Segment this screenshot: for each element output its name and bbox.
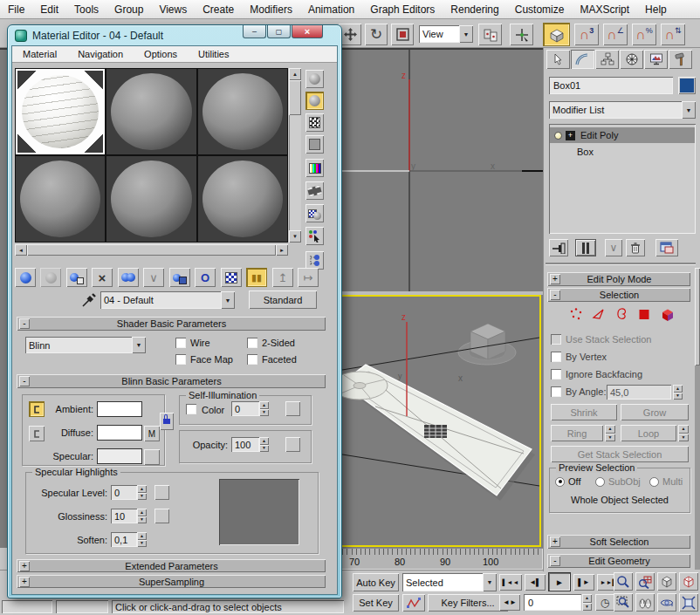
key-mode-toggle[interactable]: ◄► xyxy=(499,594,520,611)
specular-level-field[interactable]: 0 xyxy=(111,485,137,500)
preview-off-radio[interactable] xyxy=(555,477,565,487)
coord-system-dropdown[interactable]: View ▼ xyxy=(419,25,473,43)
self-illum-map-button[interactable] xyxy=(285,401,300,416)
subobject-polygon-button[interactable] xyxy=(635,305,654,323)
menu-maxscript[interactable]: MAXScript xyxy=(572,3,637,16)
tab-display[interactable] xyxy=(644,50,668,69)
tab-motion[interactable] xyxy=(620,50,643,69)
modifier-list-arrow-icon[interactable]: ▼ xyxy=(682,101,696,119)
ring-button[interactable]: Ring xyxy=(551,425,603,441)
rollout-blinn-basic[interactable]: - Blinn Basic Parameters xyxy=(17,374,326,388)
menu-group[interactable]: Group xyxy=(106,3,151,16)
diffuse-specular-lock-button[interactable] xyxy=(29,426,45,441)
maximize-button[interactable]: ▢ xyxy=(267,25,291,38)
slots-hscrollbar[interactable]: ◄ ► xyxy=(15,244,288,256)
use-stack-selection-checkbox[interactable] xyxy=(551,334,561,345)
preview-multi-radio[interactable] xyxy=(649,477,659,487)
specular-map-button[interactable] xyxy=(144,449,160,465)
rollout-edit-poly-mode[interactable]: + Edit Poly Mode xyxy=(547,272,690,286)
menu-edit[interactable]: Edit xyxy=(32,3,66,16)
make-preview-button[interactable] xyxy=(305,181,324,200)
rollout-selection[interactable]: - Selection xyxy=(547,288,690,302)
menu-options[interactable]: Options xyxy=(134,49,188,59)
blinn-minus-icon[interactable]: - xyxy=(19,376,30,386)
set-key-button[interactable]: Set Key xyxy=(353,594,399,612)
material-name-dropdown[interactable]: 04 - Default ▼ xyxy=(100,291,235,309)
wire-checkbox[interactable] xyxy=(175,338,186,348)
preview-off-option[interactable]: Off xyxy=(555,476,580,487)
specular-level-spinner[interactable]: ▲▼ xyxy=(137,485,147,500)
rollout-shader-basic[interactable]: - Shader Basic Parameters xyxy=(17,317,326,331)
time-configuration-button[interactable]: ◷ xyxy=(595,594,614,611)
menu-help[interactable]: Help xyxy=(637,3,675,16)
menu-create[interactable]: Create xyxy=(195,3,242,16)
go-to-start-button[interactable]: ▌◄◄ xyxy=(499,574,522,591)
coord-system-arrow-icon[interactable]: ▼ xyxy=(459,25,473,43)
spinner-snap-button[interactable]: ∩ ⇅ xyxy=(661,24,685,45)
default-tangents-button[interactable] xyxy=(402,594,425,612)
pin-stack-button[interactable] xyxy=(549,239,568,256)
opacity-spinner[interactable]: ▲▼ xyxy=(259,437,269,452)
get-material-button[interactable] xyxy=(15,268,36,287)
key-filters-button[interactable]: Key Filters... xyxy=(428,594,508,612)
tab-utilities[interactable] xyxy=(669,50,692,69)
get-stack-selection-button[interactable]: Get Stack Selection xyxy=(551,446,689,462)
sample-slot-2[interactable] xyxy=(106,69,196,154)
by-angle-checkbox[interactable] xyxy=(551,386,561,397)
grow-button[interactable]: Grow xyxy=(621,404,689,420)
loop-spinner[interactable]: ▲▼ xyxy=(678,425,689,441)
snap-toggle-3d-button[interactable]: ∩ 3 xyxy=(574,24,599,45)
menu-material[interactable]: Material xyxy=(12,49,67,59)
soften-field[interactable]: 0,1 xyxy=(111,532,137,547)
zoom-region-button[interactable] xyxy=(614,593,633,612)
tab-hierarchy[interactable] xyxy=(595,50,619,69)
preview-subobj-option[interactable]: SubObj xyxy=(595,476,641,487)
remove-modifier-button[interactable] xyxy=(626,239,645,256)
object-name-field[interactable]: Box01 xyxy=(549,77,673,94)
use-stack-selection-row[interactable]: Use Stack Selection xyxy=(551,334,651,345)
ambient-diffuse-link-button[interactable] xyxy=(160,413,174,430)
put-to-library-button[interactable] xyxy=(169,268,190,287)
loop-button[interactable]: Loop xyxy=(621,425,676,441)
menu-rendering[interactable]: Rendering xyxy=(443,3,506,16)
by-vertex-checkbox[interactable] xyxy=(551,352,561,362)
sample-slot-5[interactable] xyxy=(106,156,196,242)
ambient-diffuse-lock-button[interactable] xyxy=(29,401,45,417)
show-end-result-stack-button[interactable] xyxy=(575,239,596,256)
panel-scrollbar-thumb[interactable] xyxy=(695,268,700,366)
viewport-front[interactable]: z y x xyxy=(336,50,543,291)
tab-modify[interactable] xyxy=(571,50,594,69)
sample-slot-4[interactable] xyxy=(16,156,105,242)
menu-modifiers[interactable]: Modifiers xyxy=(242,3,300,16)
sample-type-button[interactable] xyxy=(305,70,324,88)
material-name-arrow-icon[interactable]: ▼ xyxy=(221,291,235,309)
lightbulb-icon[interactable] xyxy=(554,132,562,140)
by-angle-row[interactable]: By Angle: xyxy=(551,386,606,397)
zoom-extents-button[interactable] xyxy=(657,572,676,591)
extended-plus-icon[interactable]: + xyxy=(19,561,30,571)
hscroll-thumb[interactable] xyxy=(27,244,276,256)
select-manipulate-button[interactable] xyxy=(510,24,533,45)
wire-option[interactable]: Wire xyxy=(175,338,210,348)
self-illum-color-checkbox[interactable] xyxy=(186,404,196,414)
previous-frame-button[interactable]: ◄▌ xyxy=(525,574,546,591)
make-material-copy-button[interactable] xyxy=(118,268,139,287)
by-angle-field[interactable]: 45,0 xyxy=(607,385,671,400)
material-type-button[interactable]: Standard xyxy=(249,290,317,309)
material-id-channel-button[interactable]: O xyxy=(195,268,216,287)
rollout-supersampling[interactable]: + SuperSampling xyxy=(17,575,326,588)
pick-material-button[interactable] xyxy=(81,292,97,308)
sample-slot-3[interactable] xyxy=(198,69,287,154)
select-scale-button[interactable] xyxy=(391,24,414,45)
menu-customize[interactable]: Customize xyxy=(507,3,573,16)
specular-color-swatch[interactable] xyxy=(97,448,142,464)
video-color-check-button[interactable] xyxy=(305,159,324,177)
close-button[interactable]: × xyxy=(292,25,323,38)
ignore-backfacing-row[interactable]: Ignore Backfacing xyxy=(551,369,642,379)
menu-tools[interactable]: Tools xyxy=(66,3,106,16)
menu-file[interactable]: File xyxy=(0,3,32,16)
sample-slot-1-active[interactable] xyxy=(16,69,105,154)
make-unique-stack-button[interactable]: ∨ xyxy=(605,239,622,256)
minimize-button[interactable]: – xyxy=(243,25,266,38)
menu-animation[interactable]: Animation xyxy=(300,3,362,16)
